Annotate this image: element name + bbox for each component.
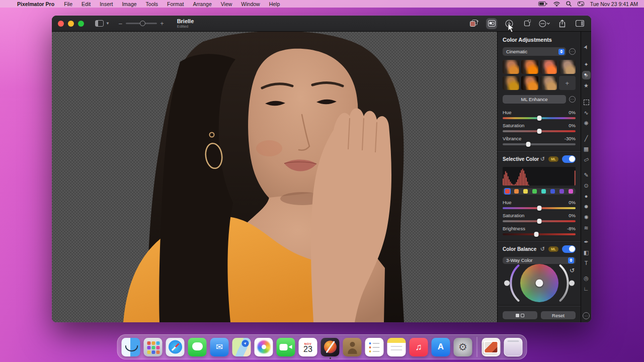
style-tool[interactable]: ✦ bbox=[582, 60, 591, 69]
color-range-swatch-1[interactable] bbox=[513, 188, 520, 195]
fullscreen-button[interactable] bbox=[78, 21, 84, 27]
crop-tool[interactable]: ∟ bbox=[582, 285, 591, 293]
color-wheel-knob[interactable] bbox=[535, 280, 543, 287]
dock-notes[interactable] bbox=[387, 338, 406, 356]
app-menu-title[interactable]: Pixelmator Pro bbox=[12, 1, 59, 7]
compare-button[interactable] bbox=[503, 311, 537, 319]
selective-color-reset-icon[interactable]: ↺ bbox=[540, 156, 545, 162]
dock-system-preferences[interactable]: ⚙ bbox=[454, 338, 472, 356]
wifi-icon[interactable] bbox=[553, 2, 560, 7]
gradient-tool[interactable]: ▦ bbox=[582, 145, 591, 153]
dock-maps[interactable] bbox=[232, 338, 251, 356]
more-options-icon[interactable] bbox=[539, 18, 550, 29]
menu-view[interactable]: View bbox=[216, 1, 237, 7]
dock-mail[interactable]: ✉ bbox=[210, 338, 229, 356]
menu-help[interactable]: Help bbox=[265, 1, 285, 7]
preset-options-button[interactable]: ··· bbox=[569, 48, 576, 55]
preset-dropdown[interactable]: Cinematic bbox=[503, 47, 566, 56]
warp-tool[interactable]: ≋ bbox=[582, 224, 591, 232]
zoom-slider-knob[interactable] bbox=[140, 21, 145, 26]
color-balance-toggle[interactable] bbox=[562, 245, 576, 253]
dock-calendar[interactable]: NOV23 bbox=[299, 338, 317, 356]
control-center-icon[interactable] bbox=[578, 2, 584, 6]
color-range-swatch-3[interactable] bbox=[531, 188, 538, 195]
spotlight-search-icon[interactable] bbox=[566, 1, 572, 7]
dock-photos[interactable] bbox=[255, 338, 273, 356]
ml-enhance-button[interactable]: ML Enhance bbox=[503, 95, 566, 104]
preset-5-thumbnail[interactable] bbox=[503, 76, 519, 90]
canvas[interactable] bbox=[52, 32, 497, 322]
menu-file[interactable]: File bbox=[59, 1, 77, 7]
add-preset-button[interactable]: + bbox=[559, 76, 576, 90]
free-selection-tool[interactable]: ∿ bbox=[582, 109, 591, 117]
presets-icon[interactable] bbox=[468, 18, 479, 29]
dock-reminders[interactable] bbox=[365, 338, 384, 356]
quick-selection-tool[interactable]: ❋ bbox=[582, 119, 591, 128]
slider-knob[interactable] bbox=[537, 219, 541, 224]
color-adjustments-icon[interactable] bbox=[486, 18, 497, 29]
menu-window[interactable]: Window bbox=[236, 1, 264, 7]
dock-launchpad[interactable] bbox=[144, 338, 163, 356]
color-range-swatch-7[interactable] bbox=[568, 188, 574, 195]
selective-hue-slider[interactable] bbox=[503, 207, 576, 209]
dock-downloads-stack[interactable] bbox=[482, 338, 501, 356]
color-range-swatch-6[interactable] bbox=[558, 188, 565, 195]
minimize-button[interactable] bbox=[68, 21, 74, 27]
zoom-tool[interactable]: ◎ bbox=[582, 274, 591, 283]
pixel-pencil-tool[interactable]: ✎ bbox=[582, 171, 591, 179]
sidebar-toggle-icon[interactable] bbox=[95, 20, 104, 27]
menu-arrange[interactable]: Arrange bbox=[188, 1, 216, 7]
dock-facetime[interactable] bbox=[277, 338, 295, 356]
sidebar-chevron-icon[interactable]: ▼ bbox=[106, 21, 110, 26]
right-arc-knob[interactable] bbox=[569, 281, 575, 286]
clone-tool[interactable]: ⊙ bbox=[582, 182, 591, 190]
arrange-tool[interactable]: ➤ bbox=[582, 43, 591, 51]
color-adjustments-tool[interactable]: ● bbox=[582, 71, 591, 79]
slider-knob[interactable] bbox=[526, 142, 530, 147]
preset-3-thumbnail[interactable] bbox=[540, 60, 557, 74]
slider-knob[interactable] bbox=[537, 116, 541, 121]
menubar-clock[interactable]: Tue Nov 23 9:41 AM bbox=[590, 1, 638, 7]
more-tools[interactable]: ··· bbox=[583, 312, 590, 319]
color-range-swatch-5[interactable] bbox=[549, 188, 556, 195]
zoom-out-button[interactable]: – bbox=[119, 20, 122, 27]
color-range-swatch-2[interactable] bbox=[522, 188, 529, 195]
dock-app-store[interactable]: A bbox=[432, 338, 450, 356]
dock-trash[interactable] bbox=[504, 338, 523, 356]
slider-knob[interactable] bbox=[537, 206, 541, 211]
preset-2-thumbnail[interactable] bbox=[521, 60, 538, 74]
preset-7-thumbnail[interactable] bbox=[540, 76, 557, 90]
ml-enhance-options-button[interactable]: ··· bbox=[569, 96, 576, 103]
color-balance-reset-icon[interactable]: ↺ bbox=[540, 246, 545, 252]
shape-tool[interactable]: ◧ bbox=[582, 248, 591, 257]
color-range-swatch-0[interactable] bbox=[504, 188, 511, 195]
menu-image[interactable]: Image bbox=[117, 1, 141, 7]
preset-1-thumbnail[interactable] bbox=[503, 60, 519, 74]
effects-tool[interactable]: ★ bbox=[582, 81, 591, 90]
blur-tool[interactable]: ● bbox=[582, 192, 591, 201]
zoom-slider[interactable] bbox=[126, 23, 157, 24]
hue-slider[interactable] bbox=[503, 117, 576, 119]
dock-safari[interactable] bbox=[166, 338, 185, 356]
slider-knob[interactable] bbox=[537, 129, 541, 134]
erase-tool[interactable]: ▭ bbox=[582, 155, 591, 164]
dock-messages[interactable] bbox=[188, 338, 207, 356]
reset-button[interactable]: Reset bbox=[541, 311, 576, 319]
selective-color-toggle[interactable] bbox=[562, 155, 576, 163]
paint-tool[interactable]: ╱ bbox=[582, 134, 591, 143]
menu-format[interactable]: Format bbox=[163, 1, 188, 7]
color-range-swatch-4[interactable] bbox=[540, 188, 547, 195]
dock-music[interactable]: ♫ bbox=[410, 338, 428, 356]
selective-color-ml-badge[interactable]: ML bbox=[548, 156, 558, 162]
dock-pixelmator-pro[interactable] bbox=[321, 338, 340, 356]
battery-icon[interactable] bbox=[538, 2, 547, 6]
selective-saturation-slider[interactable] bbox=[503, 220, 576, 222]
pen-tool[interactable]: ✒ bbox=[582, 238, 591, 246]
slider-knob[interactable] bbox=[534, 232, 538, 237]
selective-brightness-slider[interactable] bbox=[503, 233, 576, 235]
canvas-icon[interactable] bbox=[574, 18, 585, 29]
saturation-slider[interactable] bbox=[503, 130, 576, 132]
menu-edit[interactable]: Edit bbox=[77, 1, 95, 7]
share-icon[interactable] bbox=[556, 18, 568, 29]
sharpen-tool[interactable]: ✹ bbox=[582, 203, 591, 211]
